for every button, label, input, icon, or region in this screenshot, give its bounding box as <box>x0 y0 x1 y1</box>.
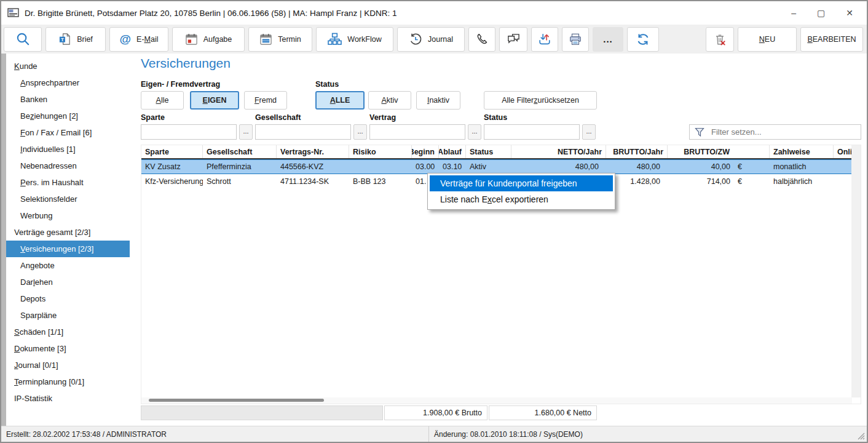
sidebar-item-sparplaene[interactable]: Sparpläne <box>6 307 130 324</box>
sidebar-item-darlehen[interactable]: Darlehen <box>6 274 130 290</box>
filter-setzen-text: Filter setzen... <box>711 127 762 137</box>
cell-gesellschaft: Schrott <box>203 177 277 186</box>
column-header-zahlweise[interactable]: Zahlweise <box>770 145 834 158</box>
aufgabe-button[interactable]: Aufgabe <box>172 27 245 52</box>
email-button[interactable]: @ E-Mail <box>109 27 168 52</box>
sidebar-item-terminplanung[interactable]: Terminplanung [0/1] <box>6 373 130 390</box>
filter-inaktiv-button[interactable]: Inaktiv <box>416 91 460 110</box>
sidebar-item-banken[interactable]: Banken <box>6 91 130 108</box>
history-clock-icon <box>409 33 422 46</box>
maximize-icon[interactable]: ▢ <box>817 9 825 17</box>
table-vertical-scrollbar[interactable] <box>851 145 861 397</box>
cell-brutto-jahr: 480,00 <box>606 162 668 171</box>
more-icon: ... <box>603 34 613 44</box>
letter-icon: T <box>58 33 71 46</box>
brief-button[interactable]: T Brief <box>45 27 106 52</box>
close-icon[interactable]: ✕ <box>846 9 853 17</box>
sidebar-item-kunde[interactable]: Kunde <box>6 58 130 74</box>
sidebar-item-nebenadressen[interactable]: Nebenadressen <box>6 158 130 174</box>
cell-zahlweise: monatlich <box>770 162 834 171</box>
aufgabe-label: Aufgabe <box>203 35 232 44</box>
vertrag-filter-input[interactable] <box>369 124 465 140</box>
column-header-sparte[interactable]: Sparte <box>141 145 203 158</box>
menu-item-kundenportal-freigeben[interactable]: Verträge für Kundenportal freigeben <box>430 175 613 191</box>
printer-icon <box>569 33 582 46</box>
sidebar-item-vertraege-gesamt[interactable]: Verträge gesamt [2/3] <box>6 224 130 241</box>
sparte-filter-label: Sparte <box>141 113 165 122</box>
filter-setzen-box[interactable]: Filter setzen... <box>689 124 861 140</box>
sidebar-item-selektionsfelder[interactable]: Selektionsfelder <box>6 191 130 207</box>
sidebar-item-beziehungen[interactable]: Beziehungen [2] <box>6 108 130 124</box>
sparte-filter-input[interactable] <box>141 124 237 140</box>
cell-vertrags-nr: 445566-KVZ <box>277 162 349 171</box>
termin-label: Termin <box>278 35 301 44</box>
svg-text:T: T <box>61 37 64 42</box>
bearbeiten-button[interactable]: BEARBEITEN <box>800 27 863 52</box>
app-icon <box>7 7 20 18</box>
column-header-brutto-zw[interactable]: BRUTTO/ZW <box>668 145 770 158</box>
sidebar-item-angebote[interactable]: Angebote <box>6 257 130 274</box>
summary-brutto: 1.908,00 € Brutto <box>384 405 487 420</box>
menu-item-excel-export[interactable]: Liste nach Excel exportieren <box>430 191 613 207</box>
column-header-netto-jahr[interactable]: NETTO/Jahr <box>511 145 606 158</box>
filter-alle-status-button[interactable]: ALLE <box>315 91 365 110</box>
table-horizontal-scrollbar[interactable] <box>141 397 852 404</box>
termin-button[interactable]: Termin <box>248 27 312 52</box>
column-header-vertrags-nr[interactable]: Vertrags-Nr. <box>277 145 349 158</box>
reset-filters-button[interactable]: Alle Filter zurücksetzen <box>484 91 597 110</box>
sidebar-item-werbung[interactable]: Werbung <box>6 207 130 224</box>
import-export-button[interactable] <box>531 27 558 52</box>
refresh-button[interactable] <box>627 27 659 52</box>
table-row-kv-zusatz[interactable]: KV Zusatz Pfefferminzia 445566-KVZ 03.00… <box>141 159 852 174</box>
more-button[interactable]: ... <box>593 27 623 52</box>
sidebar-item-versicherungen[interactable]: Versicherungen [2/3] <box>6 241 130 257</box>
workflow-button[interactable]: WorkFlow <box>316 27 393 52</box>
page-title: Versicherungen <box>141 56 231 71</box>
phone-button[interactable] <box>468 27 495 52</box>
bearbeiten-label: BEARBEITEN <box>807 35 856 44</box>
column-header-gesellschaft[interactable]: Gesellschaft <box>203 145 277 158</box>
sidebar-item-pers-im-haushalt[interactable]: Pers. im Haushalt <box>6 174 130 191</box>
sidebar-item-fon-fax-email[interactable]: Fon / Fax / Email [6] <box>6 124 130 141</box>
sidebar-item-ansprechpartner[interactable]: Ansprechpartner <box>6 74 130 91</box>
column-header-online[interactable]: Onli <box>834 145 852 158</box>
sms-button[interactable]: ... <box>499 27 527 52</box>
filter-aktiv-button[interactable]: Aktiv <box>368 91 411 110</box>
sidebar-item-dokumente[interactable]: Dokumente [3] <box>6 340 130 357</box>
gesellschaft-lookup-button[interactable]: ... <box>353 124 367 140</box>
column-header-ablauf[interactable]: Ablauf <box>439 145 466 158</box>
column-header-beginn[interactable]: Beginn <box>412 145 439 158</box>
sidebar-scroll-strip[interactable] <box>1 54 6 426</box>
resize-grip-icon[interactable] <box>857 432 866 441</box>
sidebar-item-schaeden[interactable]: Schäden [1/1] <box>6 324 130 340</box>
gesellschaft-filter-input[interactable] <box>255 124 351 140</box>
sidebar-item-journal[interactable]: Journal [0/1] <box>6 357 130 373</box>
phone-icon <box>475 33 489 46</box>
cell-netto-jahr: 480,00 <box>511 162 606 171</box>
sidebar-item-depots[interactable]: Depots <box>6 290 130 307</box>
horizontal-scrollbar-thumb[interactable] <box>149 399 324 402</box>
cell-gesellschaft: Pfefferminzia <box>203 162 277 171</box>
print-button[interactable] <box>562 27 589 52</box>
delete-button[interactable] <box>706 27 734 52</box>
column-header-brutto-jahr[interactable]: BRUTTO/Jahr <box>606 145 668 158</box>
column-header-status[interactable]: Status <box>466 145 511 158</box>
cell-status: Aktiv <box>466 162 511 171</box>
vertrag-lookup-button[interactable]: ... <box>468 124 481 140</box>
status-filter-input[interactable] <box>484 124 580 140</box>
status-lookup-button[interactable]: ... <box>582 124 596 140</box>
cell-sparte: KV Zusatz <box>141 162 203 171</box>
sparte-lookup-button[interactable]: ... <box>239 124 253 140</box>
minimize-icon[interactable]: – <box>791 9 796 17</box>
search-button[interactable] <box>4 27 42 52</box>
column-header-risiko[interactable]: Risiko <box>349 145 412 158</box>
filter-fremd-button[interactable]: Fremd <box>244 91 287 110</box>
filter-eigen-button[interactable]: EIGEN <box>190 91 239 110</box>
journal-button[interactable]: Journal <box>397 27 465 52</box>
sidebar-item-individuelles[interactable]: Individuelles [1] <box>6 141 130 158</box>
sidebar-item-ip-statistik[interactable]: IP-Statistik <box>6 390 130 407</box>
statusbar: Erstellt: 28.02.2002 17:53:48 / ADMINIST… <box>1 426 867 442</box>
neu-button[interactable]: NEU <box>738 27 797 52</box>
workflow-icon <box>328 33 342 46</box>
filter-alle-eigen-fremd-button[interactable]: Alle <box>141 91 184 110</box>
